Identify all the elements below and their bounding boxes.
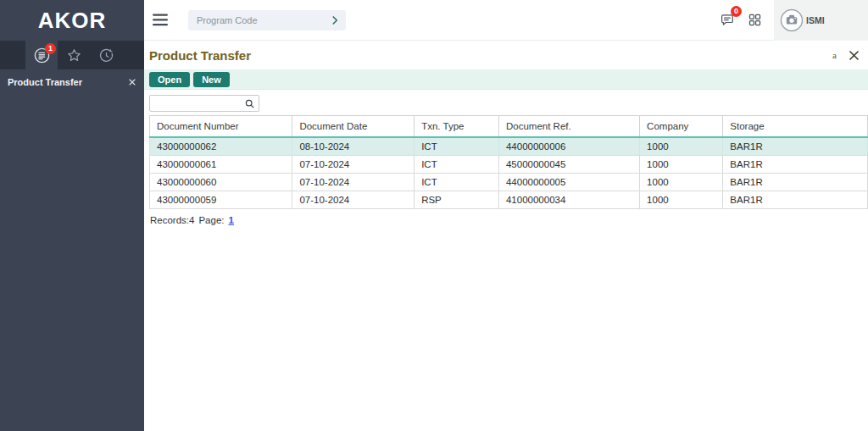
table-cell[interactable]: 1000 — [640, 137, 723, 156]
sidebar-tab-favorites[interactable] — [58, 41, 90, 69]
user-menu[interactable]: ISMI — [774, 0, 868, 41]
table-cell[interactable]: 07-10-2024 — [292, 174, 415, 191]
table-cell[interactable]: BAR1R — [723, 156, 868, 174]
apps-grid-icon — [748, 13, 762, 27]
search-icon[interactable] — [244, 98, 255, 109]
app-logo: AKOR — [0, 0, 144, 41]
table-row[interactable]: 43000000059 07-10-2024 RSP 41000000034 1… — [150, 191, 868, 209]
top-bar: 0 — [144, 0, 868, 41]
shortcut-hint: a — [832, 50, 837, 60]
open-button[interactable]: Open — [149, 72, 190, 87]
star-icon — [66, 47, 82, 64]
table-cell[interactable]: ICT — [415, 137, 499, 156]
table-cell[interactable]: ICT — [415, 174, 499, 191]
history-clock-icon — [98, 47, 114, 64]
new-button[interactable]: New — [193, 72, 230, 87]
records-footer: Records:4 Page: 1 — [150, 215, 868, 225]
page-close-button[interactable] — [849, 50, 860, 61]
table-cell[interactable]: BAR1R — [723, 191, 868, 209]
main-area: 0 — [144, 0, 868, 431]
messages-badge: 0 — [731, 6, 742, 17]
program-list-badge: 1 — [45, 43, 56, 54]
column-header-txn-type: Txn. Type — [415, 116, 499, 138]
open-program-label: Product Transfer — [8, 77, 82, 87]
app-window: AKOR 1 — [0, 0, 868, 431]
grid-search-row — [149, 95, 868, 112]
table-cell[interactable]: 44000000005 — [498, 174, 639, 191]
action-toolbar: Open New — [144, 69, 868, 90]
page-label: Page: — [198, 215, 224, 225]
table-row[interactable]: 43000000062 08-10-2024 ICT 44000000006 1… — [150, 137, 868, 156]
table-header-row: Document Number Document Date Txn. Type … — [150, 116, 868, 138]
table-cell[interactable]: 43000000062 — [150, 137, 292, 156]
sidebar-tab-program-list[interactable]: 1 — [25, 41, 58, 69]
program-code-input[interactable] — [197, 15, 329, 25]
open-program-close-icon[interactable] — [128, 78, 136, 86]
table-cell[interactable]: BAR1R — [723, 174, 868, 191]
sidebar-tab-spacer — [0, 41, 25, 69]
table-cell[interactable]: 1000 — [640, 191, 723, 209]
column-header-document-date: Document Date — [292, 116, 415, 138]
page-header: Product Transfer a — [144, 41, 868, 69]
program-code-go-icon[interactable] — [329, 14, 341, 26]
apps-grid-button[interactable] — [748, 13, 762, 27]
documents-table: Document Number Document Date Txn. Type … — [149, 115, 868, 209]
table-cell[interactable]: 1000 — [640, 156, 723, 174]
table-cell[interactable]: RSP — [415, 191, 499, 209]
table-row[interactable]: 43000000060 07-10-2024 ICT 44000000005 1… — [150, 174, 868, 191]
user-avatar-camera-icon — [780, 8, 804, 32]
messages-button[interactable]: 0 — [719, 12, 736, 28]
table-cell[interactable]: 43000000060 — [150, 174, 292, 191]
records-count: Records:4 — [150, 215, 194, 225]
table-cell[interactable]: 44000000006 — [498, 137, 639, 156]
table-cell[interactable]: BAR1R — [723, 137, 868, 156]
sidebar: AKOR 1 — [0, 0, 144, 431]
table-row[interactable]: 43000000061 07-10-2024 ICT 45000000045 1… — [150, 156, 868, 174]
table-cell[interactable]: 07-10-2024 — [292, 191, 415, 209]
menu-hamburger-icon[interactable] — [153, 14, 168, 26]
grid-search-input[interactable] — [155, 98, 244, 108]
column-header-document-number: Document Number — [150, 116, 292, 138]
column-header-company: Company — [640, 116, 723, 138]
table-cell[interactable]: 1000 — [640, 174, 723, 191]
table-cell[interactable]: 08-10-2024 — [292, 137, 415, 156]
sidebar-tab-bar: 1 — [0, 41, 144, 69]
page-number-link[interactable]: 1 — [228, 215, 233, 225]
table-cell[interactable]: 45000000045 — [498, 156, 639, 174]
table-cell[interactable]: 41000000034 — [498, 191, 639, 209]
sidebar-tab-history[interactable] — [90, 41, 122, 69]
table-cell[interactable]: ICT — [415, 156, 499, 174]
sidebar-empty-area — [0, 92, 144, 431]
grid-search-box — [149, 95, 259, 112]
table-cell[interactable]: 43000000061 — [150, 156, 292, 174]
sidebar-open-program-item[interactable]: Product Transfer — [0, 72, 144, 92]
page-title: Product Transfer — [149, 48, 251, 63]
user-name: ISMI — [806, 15, 825, 25]
table-cell[interactable]: 07-10-2024 — [292, 156, 415, 174]
table-cell[interactable]: 43000000059 — [150, 191, 292, 209]
program-code-search — [188, 10, 346, 30]
column-header-document-ref: Document Ref. — [498, 116, 639, 138]
column-header-storage: Storage — [723, 116, 868, 138]
